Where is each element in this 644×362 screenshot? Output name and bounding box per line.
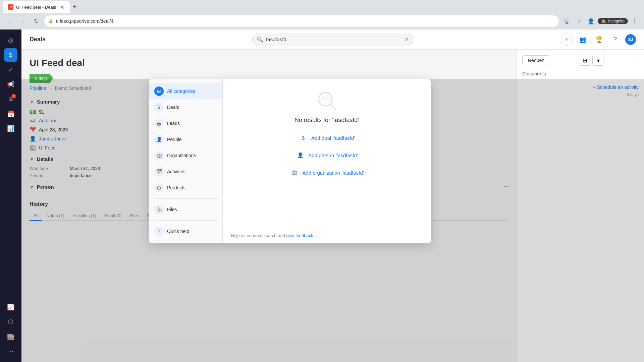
top-bar: Deals 🔍 ✕ + 👥 🏆 ? SJ bbox=[21, 29, 644, 50]
page-title: Deals bbox=[30, 36, 46, 43]
svg-point-2 bbox=[323, 97, 324, 98]
category-divider-2 bbox=[154, 220, 217, 221]
sidebar-icon-deals[interactable]: $ bbox=[4, 48, 17, 62]
category-files[interactable]: 📎 Files bbox=[149, 201, 222, 218]
people-category-icon: 👤 bbox=[154, 135, 164, 144]
category-organizations-label: Organizations bbox=[167, 153, 196, 158]
sidebar-icon-activities[interactable]: 📅 bbox=[4, 107, 17, 121]
tab-title: UI Feed deal - Deals bbox=[16, 5, 56, 10]
add-org-label: Add organization 'fasdfasfd' bbox=[302, 170, 364, 176]
category-quickhelp[interactable]: ? Quick help bbox=[149, 223, 222, 239]
search-categories: ⊞ All categories $ Deals ◎ Leads 👤 Peopl… bbox=[149, 79, 223, 243]
reopen-button[interactable]: Reopen bbox=[522, 55, 550, 65]
add-deal-icon: $ bbox=[299, 133, 308, 142]
add-person-icon: 👤 bbox=[296, 150, 305, 160]
forward-button[interactable]: › bbox=[17, 16, 28, 26]
svg-point-5 bbox=[321, 99, 322, 100]
lock-icon: 🔒 bbox=[48, 19, 53, 23]
sidebar-icon-reports[interactable]: 📊 bbox=[4, 122, 17, 135]
incognito-icon: 🕵 bbox=[601, 19, 606, 23]
sidebar-icon-inbox[interactable]: ✉ 2 bbox=[4, 93, 17, 106]
contacts-icon-button[interactable]: 👥 bbox=[577, 34, 589, 46]
new-tab-button[interactable]: + bbox=[70, 2, 79, 11]
help-icon-button[interactable]: ? bbox=[609, 34, 621, 46]
sidebar-icon-compass[interactable]: ◎ bbox=[4, 34, 17, 47]
sidebar-icon-checkmark[interactable]: ✓ bbox=[4, 63, 17, 76]
category-all-label: All categories bbox=[167, 88, 195, 94]
svg-point-6 bbox=[329, 99, 330, 100]
left-sidebar: ◎ $ ✓ 📢 ✉ 2 📅 📊 📈 ⬡ 🏬 ··· bbox=[0, 29, 21, 362]
sidebar-icon-insights[interactable]: 📈 bbox=[4, 300, 17, 314]
category-leads-label: Leads bbox=[167, 121, 180, 126]
clear-search-icon[interactable]: ✕ bbox=[405, 36, 409, 43]
files-category-icon: 📎 bbox=[154, 205, 164, 214]
reload-button[interactable]: ↻ bbox=[31, 16, 42, 26]
bookmark-button[interactable]: ☆ bbox=[574, 16, 584, 26]
search-icon: 🔍 bbox=[257, 36, 263, 43]
category-people[interactable]: 👤 People bbox=[149, 131, 222, 147]
sidebar-icon-products[interactable]: ⬡ bbox=[4, 315, 17, 328]
products-category-icon: ⬡ bbox=[154, 183, 164, 192]
category-products[interactable]: ⬡ Products bbox=[149, 180, 222, 196]
category-activities[interactable]: 📅 Activities bbox=[149, 164, 222, 180]
inbox-badge: 2 bbox=[11, 94, 16, 99]
activities-category-icon: 📅 bbox=[154, 167, 164, 176]
add-deal-label: Add deal 'fasdfasfd' bbox=[311, 135, 355, 141]
deals-category-icon: $ bbox=[154, 103, 164, 112]
top-bar-actions: + 👥 🏆 ? SJ bbox=[561, 34, 636, 46]
deal-title: UI Feed deal bbox=[30, 58, 508, 68]
sidebar-icon-campaigns[interactable]: 📢 bbox=[4, 78, 17, 91]
add-org-icon: 🏢 bbox=[289, 168, 299, 177]
address-bar[interactable]: 🔒 uifeed.pipedrive.com/deal/4 bbox=[44, 15, 559, 27]
category-people-label: People bbox=[167, 137, 182, 142]
footer-text: Help us improve search and bbox=[231, 233, 286, 238]
add-org-action[interactable]: 🏢 Add organization 'fasdfasfd' bbox=[289, 167, 364, 179]
menu-button[interactable]: ⋮ bbox=[629, 16, 640, 26]
cast-button[interactable]: 📡 bbox=[561, 16, 572, 26]
sidebar-icon-store[interactable]: 🏬 bbox=[4, 330, 17, 343]
category-leads[interactable]: ◎ Leads bbox=[149, 115, 222, 131]
category-activities-label: Activities bbox=[167, 169, 185, 174]
user-avatar[interactable]: SJ bbox=[625, 34, 636, 45]
category-all[interactable]: ⊞ All categories bbox=[149, 83, 222, 99]
right-panel-header: Reopen ⊞ ▾ ··· bbox=[522, 55, 639, 66]
quickhelp-category-icon: ? bbox=[154, 227, 164, 236]
view-toggle: ⊞ ▾ bbox=[579, 55, 604, 66]
trophy-icon-button[interactable]: 🏆 bbox=[593, 34, 605, 46]
add-button[interactable]: + bbox=[561, 34, 573, 46]
no-results-query: fasdfasfd bbox=[333, 117, 358, 123]
category-files-label: Files bbox=[167, 207, 177, 212]
close-tab-button[interactable]: ✕ bbox=[60, 4, 64, 10]
search-footer: Help us improve search and give feedback bbox=[223, 228, 431, 243]
add-person-action[interactable]: 👤 Add person 'fasdfasfd' bbox=[296, 149, 358, 161]
search-input[interactable] bbox=[266, 37, 402, 42]
category-organizations[interactable]: 🏢 Organizations bbox=[149, 147, 222, 164]
svg-point-4 bbox=[325, 99, 326, 100]
view-dropdown-button[interactable]: ▾ bbox=[592, 55, 604, 66]
svg-point-3 bbox=[327, 97, 328, 98]
search-dropdown: ⊞ All categories $ Deals ◎ Leads 👤 Peopl… bbox=[149, 79, 431, 243]
feedback-link[interactable]: give feedback bbox=[286, 233, 313, 238]
incognito-badge: 🕵 Incognito bbox=[598, 18, 628, 24]
svg-line-1 bbox=[330, 104, 335, 109]
search-results-area: No results for 'fasdfasfd' $ Add deal 'f… bbox=[223, 79, 431, 243]
grid-view-button[interactable]: ⊞ bbox=[579, 55, 591, 66]
category-deals-label: Deals bbox=[167, 105, 179, 110]
add-person-label: Add person 'fasdfasfd' bbox=[308, 153, 358, 158]
url-text: uifeed.pipedrive.com/deal/4 bbox=[56, 18, 555, 24]
active-tab[interactable]: P UI Feed deal - Deals ✕ bbox=[3, 1, 70, 13]
search-input-wrapper: 🔍 ✕ bbox=[252, 33, 413, 46]
no-results-icon bbox=[316, 90, 337, 111]
organizations-category-icon: 🏢 bbox=[154, 151, 164, 160]
category-deals[interactable]: $ Deals bbox=[149, 99, 222, 115]
category-divider bbox=[154, 198, 217, 199]
back-button[interactable]: ‹ bbox=[4, 16, 15, 26]
profile-button[interactable]: 👤 bbox=[586, 16, 596, 26]
panel-more-button[interactable]: ··· bbox=[633, 57, 639, 64]
no-results-text: No results for 'fasdfasfd' bbox=[294, 117, 359, 124]
category-products-label: Products bbox=[167, 185, 185, 190]
add-deal-action[interactable]: $ Add deal 'fasdfasfd' bbox=[299, 132, 355, 144]
all-categories-icon: ⊞ bbox=[154, 86, 164, 96]
sidebar-icon-more[interactable]: ··· bbox=[4, 345, 17, 358]
category-quickhelp-label: Quick help bbox=[167, 229, 189, 234]
